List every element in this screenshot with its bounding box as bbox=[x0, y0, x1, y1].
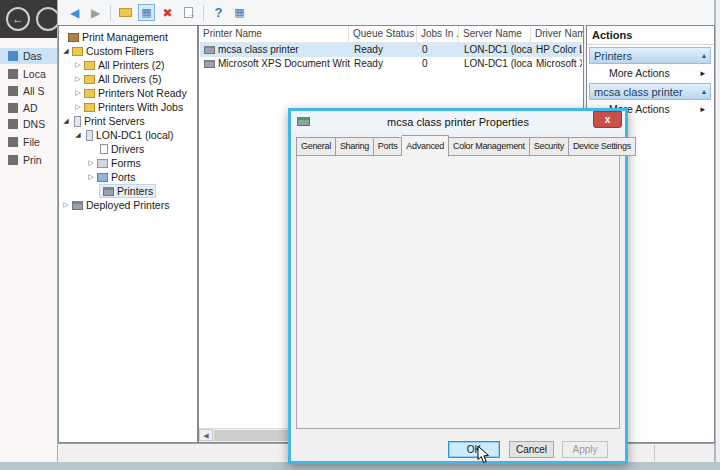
expanded-triangle-icon[interactable]: ◢ bbox=[61, 117, 71, 125]
tree-item-label[interactable]: Print Servers bbox=[84, 115, 145, 127]
filter-icon bbox=[72, 47, 83, 56]
cell-jobs: 0 bbox=[418, 43, 460, 57]
mouse-cursor bbox=[477, 445, 490, 464]
tree-item-print-management[interactable]: Print Management bbox=[67, 30, 168, 44]
collapsed-triangle-icon[interactable]: ▷ bbox=[86, 159, 96, 167]
tree-item-lon-dc1[interactable]: ◢ LON-DC1 (local) bbox=[73, 128, 174, 142]
tab-security[interactable]: Security bbox=[530, 137, 569, 156]
console-toolbar: ◀ ▶ ▦ ✖ → ? ▦ bbox=[58, 0, 714, 26]
tab-general[interactable]: General bbox=[296, 137, 336, 156]
tree-item-label[interactable]: LON-DC1 (local) bbox=[96, 129, 174, 141]
action-pane-toggle-icon[interactable]: ▦ bbox=[231, 4, 248, 21]
sidebar-item-file-services[interactable]: File bbox=[0, 134, 57, 150]
sidebar-item-label: Loca bbox=[23, 68, 46, 80]
sidebar-item-dashboard[interactable]: Das bbox=[0, 48, 57, 64]
tree-item-print-servers[interactable]: ◢ Print Servers bbox=[61, 114, 145, 128]
collapsed-triangle-icon[interactable]: ▷ bbox=[73, 103, 83, 111]
back-icon[interactable]: ◀ bbox=[66, 4, 83, 21]
expanded-triangle-icon[interactable]: ◢ bbox=[61, 47, 71, 55]
ok-button[interactable]: OK bbox=[448, 441, 500, 458]
scroll-left-icon[interactable]: ◀ bbox=[199, 429, 213, 441]
tree-item-label[interactable]: Printers Not Ready bbox=[98, 87, 187, 99]
tree-item-custom-filters[interactable]: ◢ Custom Filters bbox=[61, 44, 154, 58]
collapsed-triangle-icon[interactable]: ▷ bbox=[73, 89, 83, 97]
submenu-arrow-icon: ▸ bbox=[700, 104, 705, 114]
tab-advanced[interactable]: Advanced bbox=[402, 135, 449, 157]
column-header-server-name[interactable]: Server Name bbox=[459, 26, 531, 42]
tree-item-label[interactable]: All Drivers (5) bbox=[98, 73, 162, 85]
tree-item-drivers[interactable]: Drivers bbox=[99, 142, 144, 156]
tab-ports[interactable]: Ports bbox=[374, 137, 403, 156]
cancel-button[interactable]: Cancel bbox=[509, 441, 554, 458]
toolbar-separator bbox=[203, 5, 204, 21]
server-icon bbox=[8, 69, 18, 79]
help-icon[interactable]: ? bbox=[210, 4, 227, 21]
tab-device-settings[interactable]: Device Settings bbox=[569, 137, 636, 156]
column-header-queue-status[interactable]: Queue Status bbox=[349, 26, 417, 42]
tree-item-all-drivers[interactable]: ▷ All Drivers (5) bbox=[73, 72, 162, 86]
sidebar-item-print-services[interactable]: Prin bbox=[0, 152, 57, 168]
more-actions-printers[interactable]: More Actions ▸ bbox=[589, 66, 711, 80]
sidebar-item-ad[interactable]: AD bbox=[0, 100, 57, 116]
collapse-caret-icon[interactable]: ▴ bbox=[702, 87, 706, 96]
forward-icon[interactable]: ▶ bbox=[87, 4, 104, 21]
cell-driver-name: Microsoft XPS D bbox=[532, 57, 582, 71]
column-header-printer-name[interactable]: Printer Name bbox=[199, 26, 349, 42]
ad-icon bbox=[8, 103, 18, 113]
cell-printer-name: Microsoft XPS Document Writer bbox=[218, 58, 350, 69]
delete-icon[interactable]: ✖ bbox=[159, 4, 176, 21]
tree-item-forms[interactable]: ▷ Forms bbox=[86, 156, 141, 170]
printer-row-mcsa[interactable]: mcsa class printer Ready 0 LON-DC1 (loca… bbox=[200, 43, 582, 57]
expanded-triangle-icon[interactable]: ◢ bbox=[73, 131, 83, 139]
tree-item-printers-selected[interactable]: Printers bbox=[99, 184, 156, 198]
server-icon bbox=[74, 116, 81, 127]
collapsed-triangle-icon[interactable]: ▷ bbox=[86, 173, 96, 181]
actions-section-printers[interactable]: Printers ▴ bbox=[589, 47, 711, 64]
tree-item-label[interactable]: Custom Filters bbox=[86, 45, 154, 57]
sidebar-item-label: File bbox=[23, 136, 40, 148]
tree-item-label[interactable]: Ports bbox=[111, 171, 136, 183]
column-header-jobs-in[interactable]: Jobs In ... bbox=[417, 26, 459, 42]
tree-item-label[interactable]: All Printers (2) bbox=[98, 59, 165, 71]
back-circle-icon[interactable]: ← bbox=[6, 7, 30, 31]
tree-item-all-printers[interactable]: ▷ All Printers (2) bbox=[73, 58, 165, 72]
advanced-tab-page bbox=[296, 153, 620, 429]
actions-section-mcsa-printer[interactable]: mcsa class printer ▴ bbox=[589, 83, 711, 100]
tree-item-label[interactable]: Printers With Jobs bbox=[98, 101, 183, 113]
export-list-icon[interactable]: → bbox=[180, 4, 197, 21]
tree-item-label[interactable]: Deployed Printers bbox=[86, 199, 169, 211]
forward-circle-icon bbox=[36, 7, 57, 31]
collapsed-triangle-icon[interactable]: ▷ bbox=[73, 61, 83, 69]
printer-icon bbox=[72, 201, 83, 210]
console-tree-toggle-icon[interactable]: ▦ bbox=[138, 4, 155, 21]
apply-button[interactable]: Apply bbox=[562, 441, 608, 458]
tree-item-label[interactable]: Print Management bbox=[82, 31, 168, 43]
column-header-driver-name[interactable]: Driver Name bbox=[531, 26, 583, 42]
sidebar-item-dns[interactable]: DNS bbox=[0, 116, 57, 132]
tree-item-label[interactable]: Drivers bbox=[111, 143, 144, 155]
toolbar-separator bbox=[110, 5, 111, 21]
tab-color-management[interactable]: Color Management bbox=[449, 137, 530, 156]
printer-row-xps[interactable]: Microsoft XPS Document Writer Ready 0 LO… bbox=[200, 57, 582, 71]
sidebar-item-local-server[interactable]: Loca bbox=[0, 66, 57, 82]
tree-item-deployed-printers[interactable]: ▷ Deployed Printers bbox=[61, 198, 169, 212]
dialog-title-bar[interactable]: mcsa class printer Properties x bbox=[291, 111, 625, 133]
tree-item-ports[interactable]: ▷ Ports bbox=[86, 170, 136, 184]
collapsed-triangle-icon[interactable]: ▷ bbox=[61, 201, 71, 209]
close-icon[interactable]: x bbox=[593, 111, 622, 128]
cell-printer-name: mcsa class printer bbox=[218, 44, 299, 55]
collapse-caret-icon[interactable]: ▴ bbox=[702, 51, 706, 60]
collapsed-triangle-icon[interactable]: ▷ bbox=[73, 75, 83, 83]
forms-icon bbox=[97, 159, 108, 168]
drivers-icon bbox=[100, 144, 108, 154]
up-level-folder-icon[interactable] bbox=[117, 4, 134, 21]
printer-properties-dialog: mcsa class printer Properties x General … bbox=[288, 108, 628, 464]
tree-item-label[interactable]: Printers bbox=[117, 185, 153, 197]
dashboard-icon bbox=[8, 51, 18, 61]
actions-section-title: Printers bbox=[594, 50, 632, 62]
tab-sharing[interactable]: Sharing bbox=[336, 137, 374, 156]
tree-item-label[interactable]: Forms bbox=[111, 157, 141, 169]
tree-item-printers-not-ready[interactable]: ▷ Printers Not Ready bbox=[73, 86, 187, 100]
tree-item-printers-with-jobs[interactable]: ▷ Printers With Jobs bbox=[73, 100, 183, 114]
sidebar-item-all-servers[interactable]: All S bbox=[0, 83, 57, 99]
